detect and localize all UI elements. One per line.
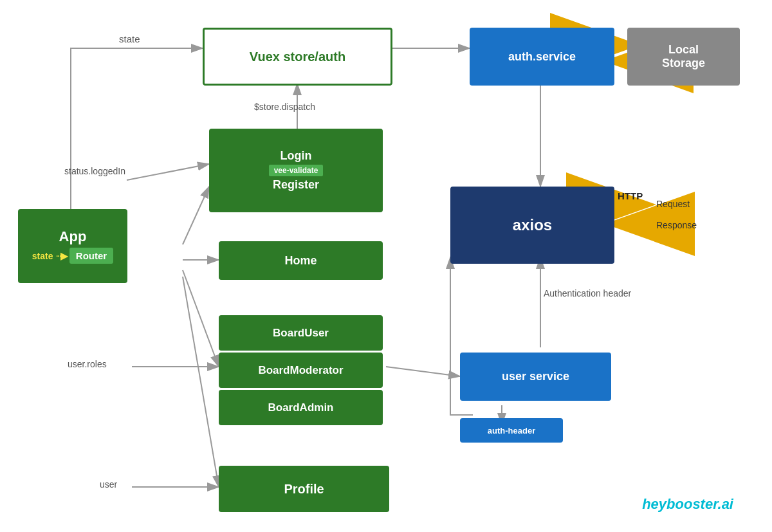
home-label: Home <box>284 254 317 268</box>
login-register-box: Login vee-validate Register <box>209 129 383 212</box>
store-dispatch-label: $store.dispatch <box>254 102 315 112</box>
vee-validate-badge: vee-validate <box>269 165 324 176</box>
status-logged-in-label: status.loggedIn <box>64 166 125 176</box>
home-box: Home <box>219 241 383 280</box>
user-label: user <box>100 479 117 490</box>
user-roles-label: user.roles <box>68 359 107 369</box>
local-storage-box: LocalStorage <box>627 28 740 86</box>
response-label: Response <box>656 220 697 230</box>
board-user-box: BoardUser <box>219 315 383 351</box>
auth-header-box: auth-header <box>460 418 563 443</box>
auth-header-label: auth-header <box>488 426 535 436</box>
diagram: Vuex store/auth auth.service LocalStorag… <box>0 0 772 532</box>
user-service-box: user service <box>460 353 611 401</box>
app-box: App state ···▶ Router <box>18 209 127 283</box>
state-text-label: state <box>119 33 140 44</box>
board-moderator-label: BoardModerator <box>258 364 343 377</box>
board-admin-box: BoardAdmin <box>219 390 383 425</box>
profile-box: Profile <box>219 466 389 512</box>
vuex-store-label: Vuex store/auth <box>250 50 345 64</box>
register-label: Register <box>273 178 319 192</box>
state-label: state <box>32 251 53 261</box>
auth-service-label: auth.service <box>508 50 576 64</box>
dots-arrow-icon: ···▶ <box>56 250 67 262</box>
board-user-label: BoardUser <box>273 327 329 340</box>
login-label: Login <box>280 149 312 163</box>
board-admin-label: BoardAdmin <box>268 401 334 414</box>
axios-label: axios <box>513 216 552 234</box>
app-title: App <box>59 228 87 245</box>
local-storage-label: LocalStorage <box>662 43 705 70</box>
state-row: state ···▶ Router <box>32 248 113 264</box>
http-label: HTTP <box>618 190 643 201</box>
profile-label: Profile <box>284 482 324 497</box>
auth-service-box: auth.service <box>470 28 614 86</box>
watermark: heybooster.ai <box>642 496 733 513</box>
board-moderator-box: BoardModerator <box>219 353 383 388</box>
request-label: Request <box>656 199 690 209</box>
router-box: Router <box>69 248 113 264</box>
auth-header-label-text: Authentication header <box>544 288 631 298</box>
user-service-label: user service <box>502 370 569 383</box>
vuex-store-box: Vuex store/auth <box>203 28 392 86</box>
axios-box: axios <box>450 187 614 264</box>
